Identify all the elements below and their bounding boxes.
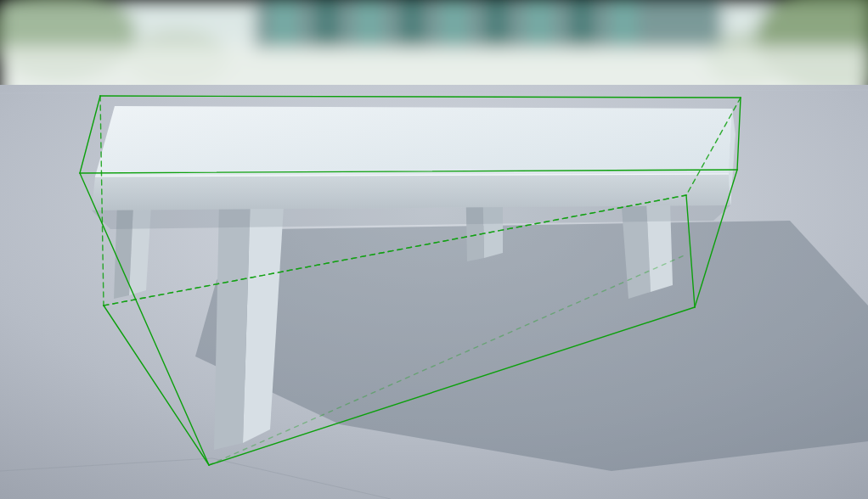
svg-rect-2 [272, 0, 297, 47]
svg-rect-7 [484, 0, 510, 47]
svg-rect-8 [527, 0, 552, 47]
svg-rect-6 [442, 0, 467, 47]
svg-rect-9 [569, 0, 595, 47]
tabletop-top-face [95, 106, 732, 177]
scene-render [0, 0, 868, 499]
svg-rect-5 [399, 0, 425, 47]
svg-rect-10 [612, 0, 637, 47]
svg-rect-3 [314, 0, 340, 47]
tabletop-front-face [92, 174, 730, 210]
svg-rect-4 [357, 0, 382, 47]
viewport-3d[interactable] [0, 0, 868, 499]
